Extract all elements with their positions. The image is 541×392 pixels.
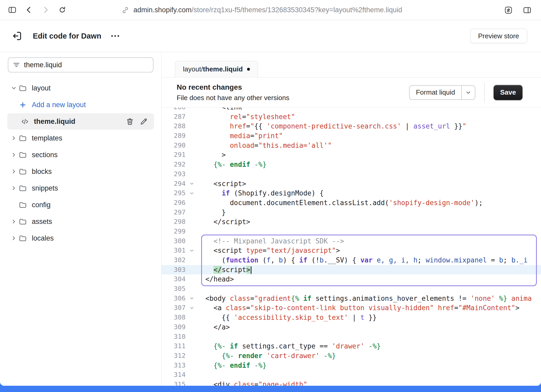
code-line-286[interactable]: 286 <link — [162, 108, 541, 112]
more-options-icon[interactable] — [109, 33, 122, 39]
code-text: <a class="skip-to-content-link button vi… — [198, 303, 519, 313]
code-line-305[interactable]: 305 — [162, 284, 541, 294]
code-line-290[interactable]: 290 onload="this.media='all'" — [162, 141, 541, 150]
chevron-right-icon[interactable] — [9, 167, 19, 176]
code-line-294[interactable]: 294 <script> — [162, 179, 541, 189]
tree-item-theme-liquid[interactable]: theme.liquid — [7, 113, 154, 130]
fold-spacer — [186, 332, 198, 342]
code-line-313[interactable]: 313 {%- endif -%} — [162, 361, 541, 370]
line-number: 295 — [162, 188, 186, 198]
code-line-291[interactable]: 291 > — [162, 150, 541, 160]
fold-toggle-icon[interactable] — [186, 246, 198, 255]
fold-toggle-icon[interactable] — [186, 188, 198, 198]
browser-window: admin.shopify.com/store/rzq1xu-f5/themes… — [0, 0, 541, 386]
tree-item-templates[interactable]: templates — [0, 130, 161, 146]
tree-item-snippets[interactable]: snippets — [0, 180, 161, 197]
line-number: 293 — [162, 169, 186, 179]
code-line-314[interactable]: 314 — [162, 370, 541, 380]
tree-item-locales[interactable]: locales — [0, 230, 161, 247]
fold-spacer — [186, 380, 198, 386]
code-line-297[interactable]: 297 } — [162, 208, 541, 217]
folder-icon — [19, 218, 30, 226]
tree-item-assets[interactable]: assets — [0, 213, 161, 230]
code-line-287[interactable]: 287 rel="stylesheet" — [162, 112, 541, 122]
tab-theme-liquid[interactable]: layout/theme.liquid — [175, 61, 258, 77]
code-line-301[interactable]: 301 <script type="text/javascript"> — [162, 246, 541, 255]
code-line-292[interactable]: 292 {%- endif -%} — [162, 160, 541, 169]
code-line-298[interactable]: 298 </script> — [162, 217, 541, 227]
address-bar[interactable]: admin.shopify.com/store/rzq1xu-f5/themes… — [121, 0, 402, 20]
fold-spacer — [186, 322, 198, 332]
code-line-312[interactable]: 312 {%- render 'cart-drawer' -%} — [162, 351, 541, 361]
code-line-309[interactable]: 309 </a> — [162, 322, 541, 332]
line-number: 312 — [162, 351, 186, 361]
extensions-icon[interactable] — [502, 4, 514, 16]
pencil-button[interactable] — [140, 118, 148, 126]
code-line-289[interactable]: 289 media="print" — [162, 131, 541, 141]
file-search-input[interactable] — [24, 61, 149, 69]
code-line-315[interactable]: 315 <div class="page-width" — [162, 380, 541, 386]
chevron-right-icon[interactable] — [9, 233, 19, 243]
line-number: 305 — [162, 284, 186, 294]
split-view-icon[interactable] — [521, 4, 533, 16]
back-icon[interactable] — [23, 4, 35, 16]
format-liquid-button[interactable]: Format liquid — [410, 86, 461, 99]
code-editor: 286 <link287 rel="stylesheet"288 href="{… — [162, 108, 541, 386]
tree-item-label: templates — [32, 134, 62, 142]
code-line-302[interactable]: 302 (function (f, b) { if (!b.__SV) { va… — [162, 255, 541, 265]
fold-spacer — [186, 150, 198, 160]
sidebar-toggle-icon[interactable] — [6, 4, 18, 16]
line-number: 296 — [162, 198, 186, 208]
reload-icon[interactable] — [56, 4, 68, 16]
tree-item-sections[interactable]: sections — [0, 146, 161, 163]
chevron-right-icon[interactable] — [9, 150, 19, 160]
line-number: 303 — [162, 265, 186, 275]
fold-toggle-icon[interactable] — [186, 294, 198, 303]
plus-icon — [19, 101, 30, 109]
trash-icon — [126, 118, 134, 126]
code-line-300[interactable]: 300 <!-- Mixpanel Javascript SDK --> — [162, 236, 541, 246]
code-line-308[interactable]: 308 {{ 'accessibility.skip_to_text' | t … — [162, 313, 541, 322]
code-line-304[interactable]: 304</head> — [162, 274, 541, 284]
code-line-306[interactable]: 306<body class="gradient{% if settings.a… — [162, 294, 541, 303]
chevron-right-icon[interactable] — [9, 133, 19, 143]
fold-toggle-icon[interactable] — [186, 303, 198, 313]
exit-icon[interactable] — [11, 30, 22, 41]
code-line-295[interactable]: 295 if (Shopify.designMode) { — [162, 188, 541, 198]
fold-toggle-icon[interactable] — [186, 179, 198, 189]
tree-item-blocks[interactable]: blocks — [0, 163, 161, 180]
code-text: <body class="gradient{% if settings.anim… — [198, 294, 532, 303]
fold-spacer — [186, 265, 198, 275]
file-search-box[interactable] — [8, 57, 153, 72]
tree-item-label: snippets — [32, 184, 58, 192]
code-line-296[interactable]: 296 document.documentElement.classList.a… — [162, 198, 541, 208]
chevron-right-icon[interactable] — [9, 183, 19, 193]
chevron-down-icon[interactable] — [9, 83, 19, 93]
code-text: </a> — [198, 322, 230, 332]
code-line-299[interactable]: 299 — [162, 227, 541, 236]
code-line-311[interactable]: 311 {%- if settings.cart_type == 'drawer… — [162, 341, 541, 351]
tree-item-label: sections — [32, 151, 58, 159]
tree-item-layout[interactable]: layout — [0, 80, 161, 96]
code-line-310[interactable]: 310 — [162, 332, 541, 342]
forward-icon[interactable] — [40, 4, 52, 16]
code-text: <script> — [198, 179, 246, 189]
code-line-307[interactable]: 307 <a class="skip-to-content-link butto… — [162, 303, 541, 313]
link-icon — [121, 6, 129, 14]
add-layout-button[interactable]: Add a new layout — [0, 96, 161, 113]
trash-button[interactable] — [126, 118, 134, 126]
code-line-303[interactable]: 303 </script> — [162, 265, 541, 275]
code-line-293[interactable]: 293 — [162, 169, 541, 179]
line-number: 307 — [162, 303, 186, 313]
preview-store-button[interactable]: Preview store — [470, 29, 527, 43]
editor-toolbar: No recent changes File does not have any… — [162, 77, 541, 108]
unsaved-indicator — [247, 68, 250, 71]
code-viewport[interactable]: 286 <link287 rel="stylesheet"288 href="{… — [162, 108, 541, 386]
code-line-288[interactable]: 288 href="{{ 'component-predictive-searc… — [162, 121, 541, 131]
line-number: 292 — [162, 160, 186, 169]
tree-item-config[interactable]: config — [0, 197, 161, 213]
save-button[interactable]: Save — [494, 85, 522, 100]
chevron-right-icon[interactable] — [9, 217, 19, 226]
format-options-chevron-icon[interactable] — [461, 86, 475, 99]
line-number: 297 — [162, 208, 186, 217]
